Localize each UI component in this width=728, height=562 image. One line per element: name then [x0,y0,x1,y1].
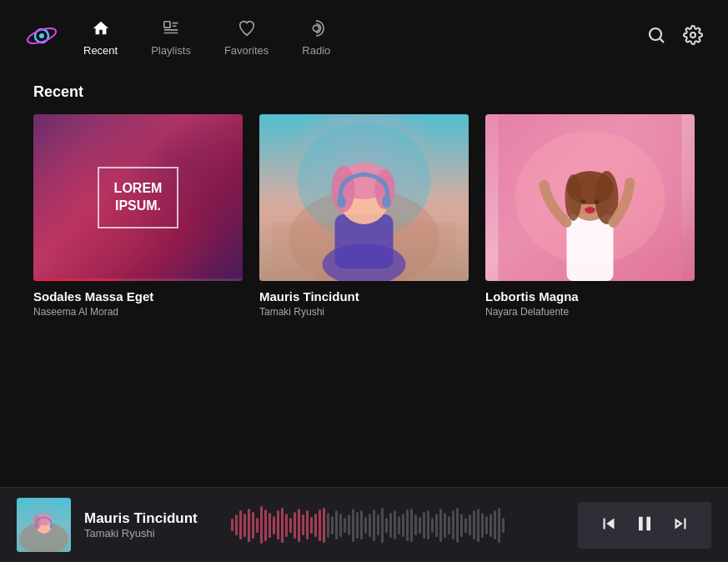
card-2[interactable]: Mauris Tincidunt Tamaki Ryushi [259,114,469,318]
waveform-bar-28 [348,514,350,535]
card-1-title: Sodales Massa Eget [33,289,243,304]
waveform-bar-63 [494,510,496,539]
waveform-bar-61 [485,516,488,534]
waveform-bars [231,504,561,546]
waveform-bar-13 [285,514,288,537]
prev-button[interactable] [598,513,620,538]
waveform-bar-46 [423,512,425,539]
waveform-bar-37 [385,518,388,533]
section-title: Recent [33,83,695,101]
waveform-bar-50 [439,509,442,542]
player-thumbnail [17,498,71,552]
card-3-artwork [485,114,695,281]
radio-icon [307,19,325,41]
waveform-bar-5 [252,512,254,539]
waveform-bar-34 [373,509,375,541]
waveform-bar-14 [289,518,292,533]
waveform-bar-51 [444,513,446,538]
waveform-bar-56 [464,518,467,533]
svg-rect-16 [383,196,391,208]
waveform-bar-21 [319,509,321,541]
nav-radio-label: Radio [302,44,330,57]
settings-button[interactable] [683,25,703,50]
waveform-bar-33 [369,514,371,537]
player-track-artist: Tamaki Ryushi [84,527,198,539]
nav-favorites-label: Favorites [224,44,269,57]
svg-point-2 [39,33,44,38]
lorem-ipsum-box: LOREMIPSUM. [98,167,179,228]
waveform-bar-58 [473,510,475,539]
waveform-bar-15 [294,512,296,539]
nav-item-playlists[interactable]: Playlists [151,19,191,57]
waveform-bar-29 [352,509,354,542]
svg-rect-33 [50,524,53,529]
waveform-bar-42 [406,509,409,541]
card-3-artist: Nayara Delafuente [485,306,695,318]
waveform-bar-11 [277,510,279,539]
nav-playlists-label: Playlists [151,44,191,57]
nav-item-radio[interactable]: Radio [302,19,330,57]
svg-point-5 [650,28,661,40]
waveform-bar-40 [398,516,400,534]
pause-button[interactable] [633,512,656,539]
waveform-bar-0 [231,519,233,531]
waveform-bar-65 [502,518,505,533]
waveform-bar-20 [314,514,317,537]
waveform-bar-17 [302,514,304,535]
nav-item-recent[interactable]: Recent [83,19,118,57]
player-waveform[interactable] [231,504,561,546]
card-2-title: Mauris Tincidunt [259,289,469,304]
waveform-bar-2 [239,510,242,539]
waveform-bar-30 [356,512,359,539]
waveform-bar-32 [364,517,367,534]
waveform-bar-59 [477,509,479,542]
waveform-bar-55 [460,514,463,537]
search-button[interactable] [646,25,666,50]
waveform-bar-26 [339,514,342,537]
waveform-bar-47 [427,510,429,539]
card-3[interactable]: Lobortis Magna Nayara Delafuente [485,114,695,318]
card-1[interactable]: LOREMIPSUM. Sodales Massa Eget Naseema A… [33,114,243,318]
card-3-title: Lobortis Magna [485,289,695,304]
waveform-bar-3 [244,514,246,537]
home-icon [92,19,110,41]
waveform-bar-53 [452,510,454,539]
waveform-bar-1 [235,514,238,535]
svg-rect-32 [35,524,38,529]
nav-right [646,25,703,50]
card-1-image: LOREMIPSUM. [33,114,243,281]
progress-fill [33,278,117,281]
waveform-bar-22 [323,508,325,543]
waveform-bar-35 [377,514,379,535]
favorites-icon [238,19,256,41]
waveform-bar-27 [344,518,346,533]
waveform-bar-8 [264,509,267,541]
card-1-artist: Naseema Al Morad [33,306,243,318]
svg-point-25 [595,199,600,204]
waveform-bar-45 [419,517,421,534]
waveform-bar-43 [410,509,413,542]
next-button[interactable] [670,513,691,538]
waveform-bar-7 [260,506,263,544]
svg-point-26 [585,207,595,213]
cards-row: LOREMIPSUM. Sodales Massa Eget Naseema A… [33,114,695,318]
nav-item-favorites[interactable]: Favorites [224,19,269,57]
waveform-bar-38 [389,513,392,538]
waveform-bar-60 [481,513,484,538]
player-bar: Mauris Tincidunt Tamaki Ryushi [0,487,728,562]
waveform-bar-9 [269,513,271,538]
waveform-bar-12 [281,508,284,543]
card-2-image [259,114,469,281]
lorem-text: LOREMIPSUM. [114,180,163,215]
waveform-bar-4 [248,509,250,542]
nav-recent-label: Recent [83,44,118,57]
player-controls [578,502,711,549]
waveform-bar-19 [310,517,313,534]
waveform-bar-48 [431,518,434,533]
waveform-bar-39 [394,510,396,539]
waveform-bar-10 [273,516,275,534]
card-2-artist: Tamaki Ryushi [259,306,469,318]
progress-line [33,278,243,281]
main-content: Recent LOREMIPSUM. Sodales Massa Eget Na… [0,75,728,487]
waveform-bar-36 [381,508,384,543]
